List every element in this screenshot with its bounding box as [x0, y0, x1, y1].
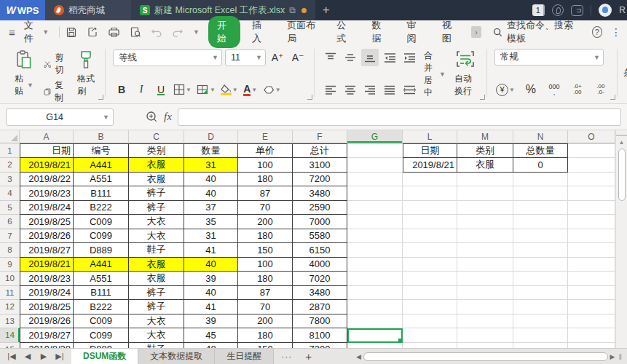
- cell-D12[interactable]: 41: [184, 300, 238, 314]
- row-header-11[interactable]: 11: [0, 286, 20, 301]
- decrease-decimal-button[interactable]: .00.0-: [592, 81, 610, 98]
- cut-button[interactable]: 剪切: [41, 50, 70, 78]
- cell-G14[interactable]: [347, 328, 403, 343]
- column-header-O[interactable]: O: [568, 130, 615, 143]
- cell-D8[interactable]: 41: [184, 243, 238, 258]
- cell-L7[interactable]: [403, 229, 457, 244]
- cell-O1[interactable]: [568, 143, 615, 158]
- help-button[interactable]: ?: [592, 26, 602, 38]
- cell-A10[interactable]: 2019/8/23: [20, 272, 74, 286]
- cell-C9[interactable]: 衣服: [129, 258, 184, 272]
- save-button[interactable]: [66, 26, 77, 38]
- cell-B14[interactable]: C099: [74, 328, 129, 343]
- cell-C11[interactable]: 裤子: [129, 286, 184, 301]
- cell-N2[interactable]: 0: [513, 158, 568, 173]
- row-header-8[interactable]: 8: [0, 243, 20, 258]
- cell-E7[interactable]: 180: [238, 229, 293, 244]
- cell-N12[interactable]: [513, 300, 568, 314]
- cell-O7[interactable]: [568, 229, 615, 244]
- cell-C4[interactable]: 裤子: [129, 186, 184, 201]
- cell-C10[interactable]: 衣服: [129, 272, 184, 286]
- cell-G3[interactable]: [347, 173, 403, 187]
- cell-F10[interactable]: 7020: [293, 272, 347, 286]
- first-sheet-button[interactable]: |◀: [4, 352, 19, 361]
- increase-indent-button[interactable]: [401, 49, 418, 66]
- row-header-3[interactable]: 3: [0, 173, 20, 187]
- cell-A1[interactable]: 日期: [20, 143, 74, 158]
- cell-G5[interactable]: [347, 201, 403, 215]
- cell-A8[interactable]: 2019/8/27: [20, 243, 74, 258]
- cell-O8[interactable]: [568, 243, 615, 258]
- cell-O9[interactable]: [568, 258, 615, 272]
- cell-L6[interactable]: [403, 215, 457, 229]
- cell-N9[interactable]: [513, 258, 568, 272]
- cell-E4[interactable]: 87: [238, 186, 293, 201]
- fill-color-button[interactable]: ▼: [219, 81, 240, 98]
- undo-button[interactable]: [151, 27, 162, 37]
- cell-L14[interactable]: [403, 328, 457, 343]
- cell-G4[interactable]: [347, 186, 403, 201]
- cell-O14[interactable]: [568, 328, 615, 343]
- cell-L9[interactable]: [403, 258, 457, 272]
- cell-F12[interactable]: 2870: [293, 300, 347, 314]
- cell-B7[interactable]: C099: [74, 229, 129, 244]
- cell-G11[interactable]: [347, 286, 403, 301]
- cell-M15[interactable]: [457, 343, 513, 349]
- column-header-M[interactable]: M: [457, 130, 513, 143]
- zoom-formula-icon[interactable]: [146, 111, 158, 123]
- cell-N3[interactable]: [513, 173, 568, 187]
- scrollbar-split-handle[interactable]: [616, 130, 627, 136]
- cell-F4[interactable]: 3480: [293, 186, 347, 201]
- row-header-1[interactable]: 1: [0, 143, 20, 158]
- clipboard-dialog-launcher[interactable]: [98, 95, 103, 100]
- cell-O4[interactable]: [568, 186, 615, 201]
- wrap-text-button[interactable]: 自动换行: [450, 47, 481, 98]
- column-header-A[interactable]: A: [20, 130, 74, 143]
- cell-F6[interactable]: 7000: [293, 215, 347, 229]
- paste-button[interactable]: 粘贴▼: [10, 47, 38, 98]
- cell-F13[interactable]: 7800: [293, 314, 347, 329]
- cell-F14[interactable]: 8100: [293, 328, 347, 343]
- cell-M4[interactable]: [457, 186, 513, 201]
- cell-B15[interactable]: D889: [74, 343, 129, 349]
- cell-N6[interactable]: [513, 215, 568, 229]
- cell-M13[interactable]: [457, 314, 513, 329]
- cell-B9[interactable]: A441: [74, 258, 129, 272]
- cell-F7[interactable]: 5580: [293, 229, 347, 244]
- cell-D4[interactable]: 40: [184, 186, 238, 201]
- column-header-D[interactable]: D: [184, 130, 238, 143]
- underline-button[interactable]: U: [152, 81, 170, 98]
- cell-B5[interactable]: B222: [74, 201, 129, 215]
- sheet-tab-dsum[interactable]: DSUM函数: [71, 349, 138, 364]
- cell-E12[interactable]: 70: [238, 300, 293, 314]
- cell-M1[interactable]: 类别: [457, 143, 513, 158]
- print-preview-button[interactable]: [130, 26, 141, 38]
- cell-E1[interactable]: 单价: [238, 143, 293, 158]
- cell-G1[interactable]: [347, 143, 403, 158]
- vertical-scrollbar[interactable]: ▲: [615, 130, 627, 348]
- cell-M12[interactable]: [457, 300, 513, 314]
- cell-G10[interactable]: [347, 272, 403, 286]
- cell-L4[interactable]: [403, 186, 457, 201]
- cell-A4[interactable]: 2019/8/23: [20, 186, 74, 201]
- font-dialog-launcher[interactable]: [307, 95, 312, 100]
- cell-O2[interactable]: [568, 158, 615, 173]
- cell-B11[interactable]: B111: [74, 286, 129, 301]
- conditional-format-clipped-label[interactable]: 条: [618, 47, 627, 98]
- alignment-dialog-launcher[interactable]: [480, 95, 485, 100]
- row-header-13[interactable]: 13: [0, 314, 20, 329]
- cell-L12[interactable]: [403, 300, 457, 314]
- cell-M2[interactable]: 衣服: [457, 158, 513, 173]
- cell-G13[interactable]: [347, 314, 403, 329]
- cell-C13[interactable]: 大衣: [129, 314, 184, 329]
- row-header-5[interactable]: 5: [0, 201, 20, 215]
- cell-D10[interactable]: 39: [184, 272, 238, 286]
- cell-A14[interactable]: 2019/8/27: [20, 328, 74, 343]
- cell-B3[interactable]: A551: [74, 173, 129, 187]
- align-middle-button[interactable]: [342, 49, 359, 66]
- increase-decimal-button[interactable]: .0+.00: [569, 81, 586, 98]
- scroll-left-icon[interactable]: ◀: [356, 353, 361, 360]
- cell-L10[interactable]: [403, 272, 457, 286]
- cell-A15[interactable]: 2019/8/28: [20, 343, 74, 349]
- cell-F8[interactable]: 6150: [293, 243, 347, 258]
